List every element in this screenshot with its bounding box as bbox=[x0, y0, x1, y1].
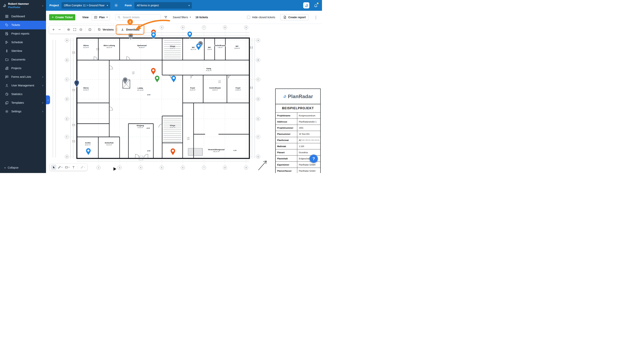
gear-icon bbox=[114, 4, 118, 7]
sidebar-expand-tab[interactable]: › bbox=[46, 95, 50, 104]
room-area: 197,19 m² bbox=[137, 89, 144, 91]
ticket-pin-blue[interactable] bbox=[188, 32, 192, 39]
sidebar-item-templates[interactable]: Templates› bbox=[0, 98, 46, 107]
room-name: Foyer bbox=[190, 87, 195, 89]
plan-viewer: Büros31,24 m²Büro Leitung15,31 m²Speises… bbox=[46, 24, 322, 173]
notifications-button[interactable] bbox=[313, 3, 318, 8]
search-input[interactable] bbox=[122, 16, 159, 19]
sidebar-item-label: Schedule bbox=[11, 41, 23, 44]
room-area: 32,35 m² bbox=[83, 89, 89, 91]
plan-info-button[interactable] bbox=[87, 27, 93, 33]
level-mark: ±0.00 bbox=[146, 127, 150, 129]
shape-tool-button[interactable]: ▾ bbox=[64, 164, 70, 170]
text-tool-button[interactable] bbox=[71, 164, 76, 170]
plan-marker-triangle[interactable] bbox=[114, 167, 116, 171]
hide-closed-toggle[interactable]: Hide closed tickets bbox=[247, 16, 275, 19]
dimension-label: 1.00 bbox=[132, 71, 134, 73]
toggle-pins-visibility-button[interactable] bbox=[66, 27, 72, 33]
sidebar-item-forms-and-lists[interactable]: Forms and Lists› bbox=[0, 73, 46, 81]
pen-tool-button[interactable]: ▾ bbox=[57, 164, 64, 170]
zoom-in-button[interactable] bbox=[50, 27, 56, 33]
planradar-app-button[interactable] bbox=[303, 2, 309, 9]
room-name: Stiege bbox=[170, 45, 176, 47]
help-button[interactable]: ? bbox=[310, 154, 318, 163]
titleblock-row: ProjektnameKongresszentrum bbox=[276, 112, 320, 118]
search-tickets-box[interactable] bbox=[115, 14, 161, 20]
svg-text:9: 9 bbox=[246, 26, 247, 29]
room-name: Veranstaltungssaal bbox=[208, 148, 225, 150]
sidebar-item-label: Projects bbox=[11, 67, 21, 70]
fullscreen-icon bbox=[73, 28, 76, 31]
room-area: 30,02 m² bbox=[85, 144, 91, 146]
titleblock-row-label: Planinhalt bbox=[276, 155, 297, 161]
sidebar: Robert Hammer PlanRadar › DashboardTicke… bbox=[0, 0, 46, 173]
room-name: WC bbox=[192, 46, 195, 48]
dimension-label: 1.50 bbox=[252, 86, 253, 89]
titleblock-row-note: (420 x 594 mm / 16.5 x 23.4 in) bbox=[302, 139, 319, 141]
schedule-icon bbox=[5, 41, 8, 44]
sidebar-item-schedule[interactable]: Schedule bbox=[0, 38, 46, 47]
form-selector[interactable]: All forms in project ▾ bbox=[134, 2, 192, 9]
fit-screen-icon bbox=[79, 28, 82, 31]
ticket-pin-navy[interactable] bbox=[74, 80, 79, 87]
sidebar-item-statistics[interactable]: Statistics bbox=[0, 90, 46, 98]
filter-button[interactable] bbox=[163, 14, 169, 20]
room-area: 140,37 m² bbox=[213, 151, 220, 152]
project-selector[interactable]: Office Complex 11 > Ground Floor ▾ bbox=[62, 2, 110, 9]
create-ticket-button[interactable]: + Create Ticket bbox=[49, 14, 75, 20]
svg-text:A: A bbox=[66, 39, 68, 42]
measure-tool-button[interactable]: ▾ bbox=[79, 164, 86, 170]
ticket-pin-blue[interactable] bbox=[86, 148, 91, 155]
sidebar-item-tickets[interactable]: Tickets bbox=[0, 21, 46, 29]
sidebar-item-documents[interactable]: Documents bbox=[0, 55, 46, 64]
ticket-pin-blue[interactable] bbox=[171, 76, 176, 83]
ticket-pin-gray[interactable] bbox=[128, 33, 133, 40]
divider bbox=[94, 27, 94, 32]
documents-icon bbox=[5, 58, 8, 61]
ticket-pin-green[interactable] bbox=[155, 76, 160, 83]
sidebar-item-siteview[interactable]: SiteView bbox=[0, 47, 46, 55]
user-profile[interactable]: Robert Hammer PlanRadar › bbox=[0, 0, 46, 11]
more-options-button[interactable]: ⋮ bbox=[314, 15, 318, 20]
sidebar-item-user-management[interactable]: User Management› bbox=[0, 81, 46, 90]
ticket-pin-blue[interactable] bbox=[196, 43, 201, 51]
sidebar-item-settings[interactable]: Settings› bbox=[0, 107, 46, 116]
dashboard-icon bbox=[5, 15, 8, 18]
download-button[interactable]: Download bbox=[117, 26, 143, 34]
grid-labels: 2233445566778899AABBCCDDEEFFGG bbox=[65, 26, 260, 169]
planradar-logo-icon bbox=[283, 95, 286, 98]
titleblock-row-label: Addresse bbox=[276, 119, 297, 125]
rectangle-icon bbox=[65, 166, 68, 169]
svg-text:6: 6 bbox=[182, 26, 184, 29]
top-navigation-bar: Project Office Complex 11 > Ground Floor… bbox=[46, 0, 322, 11]
zoom-out-button[interactable] bbox=[57, 27, 62, 33]
titleblock-row: AddressePlanRadarstraße 1 bbox=[276, 118, 320, 125]
saved-filters-dropdown[interactable]: Saved filters ▾ bbox=[173, 16, 191, 19]
create-report-button[interactable]: Create report bbox=[280, 14, 308, 20]
hide-closed-checkbox[interactable] bbox=[247, 16, 250, 19]
titleblock-row-value: A2 (420 x 594 mm / 16.5 x 23.4 in) bbox=[297, 137, 320, 143]
fit-to-screen-button[interactable] bbox=[78, 27, 84, 33]
sidebar-item-project-reports[interactable]: Project reports bbox=[0, 29, 46, 38]
titleblock-row: Maßstab1:100 bbox=[276, 143, 320, 149]
ticket-pin-orange[interactable] bbox=[170, 148, 176, 155]
select-tool-button[interactable] bbox=[51, 164, 56, 170]
ticket-pin-gray[interactable] bbox=[123, 77, 128, 84]
cursor-icon bbox=[52, 166, 56, 169]
sidebar-item-dashboard[interactable]: Dashboard bbox=[0, 12, 46, 21]
view-label: View bbox=[82, 16, 88, 19]
room-name: Büro Leitung bbox=[104, 44, 115, 47]
dimension-label: 1.00 bbox=[250, 46, 251, 49]
collapse-button[interactable]: « Collapse bbox=[0, 163, 46, 173]
double-chevron-left-icon: « bbox=[4, 166, 6, 169]
titleblock-row: PlanverfasserPlanRadar GmbH bbox=[276, 168, 320, 173]
dimension-label: 2.00 bbox=[250, 86, 251, 89]
fullscreen-button[interactable] bbox=[72, 27, 78, 33]
dimension-label: 1.00 bbox=[218, 80, 221, 82]
ruler-icon bbox=[80, 166, 84, 169]
ticket-pin-orange[interactable] bbox=[151, 68, 156, 75]
sidebar-item-projects[interactable]: Projects bbox=[0, 64, 46, 73]
titleblock-row: Plannummer19 Test 001 bbox=[276, 131, 320, 137]
view-mode-dropdown[interactable]: Plan ▾ bbox=[92, 14, 110, 20]
project-settings-button[interactable] bbox=[113, 2, 120, 9]
